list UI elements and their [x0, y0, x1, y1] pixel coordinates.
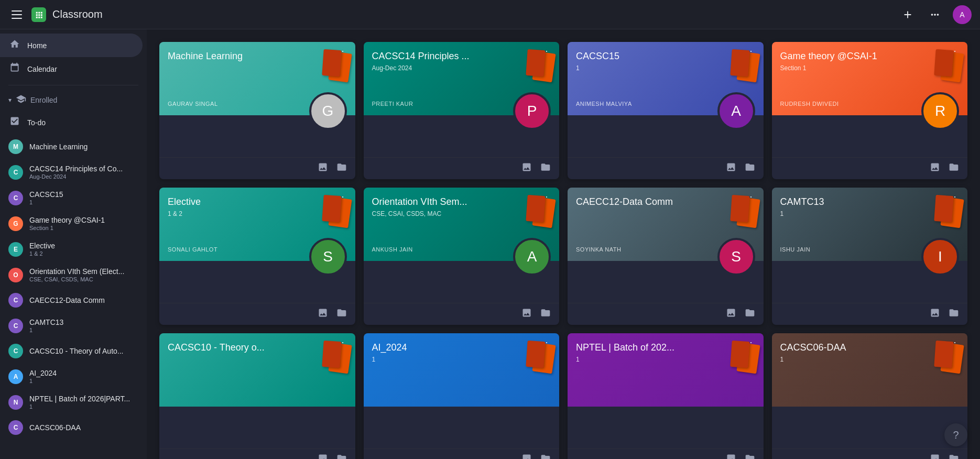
card-avatar-orientation: A: [513, 238, 551, 276]
help-button[interactable]: ?: [944, 423, 967, 446]
folder-icon-machine-learning[interactable]: [336, 162, 347, 175]
card-teacher-elective: SONALI GAHLOT: [168, 246, 217, 253]
folder-icon-cacsc06[interactable]: [949, 453, 959, 459]
sidebar-item-cacsc10[interactable]: C CACSC10 - Theory of Auto...: [0, 338, 143, 364]
sidebar-item-machine-learning[interactable]: M Machine Learning: [0, 134, 143, 159]
sidebar-item-cacsc15[interactable]: C CACSC15 1: [0, 185, 143, 211]
topbar-right: A: [898, 5, 972, 24]
card-header-nptel: ⋮ NPTEL | Batch of 202... 1: [568, 333, 764, 407]
enrolled-icon: [16, 94, 26, 106]
card-body-cacsc06: [772, 407, 968, 449]
sidebar-item-ai2024[interactable]: A AI_2024 1: [0, 364, 143, 389]
card-cacsc15[interactable]: ⋮ CACSC15 1 ANIMESH MALVIYA A: [568, 42, 764, 179]
add-button[interactable]: [898, 5, 917, 24]
sidebar-avatar-machine-learning: M: [8, 139, 23, 154]
sidebar-item-game-theory[interactable]: G Game theory @CSAI-1 Section 1: [0, 211, 143, 236]
card-teacher-cacsc14: Preeti Kaur: [372, 101, 413, 107]
photo-icon-caecc12[interactable]: [726, 308, 736, 321]
photo-icon-cacsc14[interactable]: [521, 162, 532, 175]
card-avatar-cacsc15: A: [717, 92, 755, 130]
sidebar-item-cacsc06[interactable]: C CACSC06-DAA: [0, 415, 143, 440]
sidebar-avatar-game-theory: G: [8, 216, 23, 231]
folder-icon-cacsc10[interactable]: [336, 453, 347, 459]
folder-icon-ai2024[interactable]: [540, 453, 551, 459]
sidebar: Home Calendar ▾ Enrolled To-do M Machine…: [0, 29, 147, 459]
sidebar-avatar-nptel: N: [8, 395, 23, 410]
menu-button[interactable]: [8, 6, 25, 23]
sidebar-avatar-cacsc14: C: [8, 165, 23, 180]
card-machine-learning[interactable]: ⋮ Machine Learning GAURAV SINGAL G: [159, 42, 355, 179]
card-caecc12[interactable]: ⋮ CAECC12-Data Comm SOYINKA NATH S: [568, 188, 764, 325]
card-avatar-game-theory: R: [921, 92, 959, 130]
user-avatar[interactable]: A: [953, 5, 972, 24]
card-footer-ai2024: [364, 449, 560, 459]
sidebar-item-cacsc14[interactable]: C CACSC14 Principles of Co... Aug-Dec 20…: [0, 159, 143, 185]
photo-icon-ai2024[interactable]: [521, 453, 532, 459]
sidebar-item-nptel[interactable]: N NPTEL | Batch of 2026|PART... 1: [0, 389, 143, 415]
topbar-left: Classroom: [8, 6, 898, 23]
photo-icon-machine-learning[interactable]: [318, 162, 328, 175]
card-camtc13[interactable]: ⋮ CAMTC13 1 ISHU JAIN I: [772, 188, 968, 325]
card-footer-nptel: [568, 449, 764, 459]
folder-icon-camtc13[interactable]: [949, 308, 959, 321]
card-footer-cacsc15: [568, 157, 764, 179]
sidebar-item-todo[interactable]: To-do: [0, 111, 143, 134]
card-header-cacsc15: ⋮ CACSC15 1 ANIMESH MALVIYA A: [568, 42, 764, 115]
card-title-cacsc10: CACSC10 - Theory o...: [168, 342, 293, 354]
folder-icon-game-theory[interactable]: [949, 162, 959, 175]
sidebar-avatar-elective: E: [8, 242, 23, 257]
card-footer-cacsc06: [772, 449, 968, 459]
card-header-game-theory: ⋮ Game theory @CSAI-1 Section 1 RUDRESH …: [772, 42, 968, 115]
photo-icon-camtc13[interactable]: [930, 308, 940, 321]
card-teacher-cacsc15: ANIMESH MALVIYA: [576, 101, 632, 107]
card-header-machine-learning: ⋮ Machine Learning GAURAV SINGAL G: [159, 42, 355, 115]
card-cacsc14[interactable]: ⋮ CACSC14 Principles ... Aug-Dec 2024 Pr…: [364, 42, 560, 179]
card-cacsc10[interactable]: ⋮ CACSC10 - Theory o...: [159, 333, 355, 459]
sidebar-avatar-cacsc10: C: [8, 344, 23, 358]
app-logo: [31, 7, 46, 22]
card-cacsc06[interactable]: ⋮ CACSC06-DAA 1: [772, 333, 968, 459]
app-title: Classroom: [52, 8, 103, 20]
folder-icon-nptel[interactable]: [745, 453, 755, 459]
photo-icon-cacsc15[interactable]: [726, 162, 736, 175]
card-title-game-theory: Game theory @CSAI-1: [780, 50, 906, 62]
sidebar-item-caecc12[interactable]: C CAECC12-Data Comm: [0, 288, 143, 313]
folder-icon-caecc12[interactable]: [745, 308, 755, 321]
folder-icon-cacsc15[interactable]: [745, 162, 755, 175]
sidebar-item-elective[interactable]: E Elective 1 & 2: [0, 236, 143, 262]
apps-button[interactable]: [925, 5, 944, 24]
card-footer-elective: [159, 303, 355, 325]
sidebar-avatar-ai2024: A: [8, 369, 23, 384]
home-icon: [8, 39, 21, 52]
card-header-ai2024: ⋮ AI_2024 1: [364, 333, 560, 407]
card-ai2024[interactable]: ⋮ AI_2024 1: [364, 333, 560, 459]
card-title-orientation: Orientation VIth Sem...: [372, 196, 497, 208]
photo-icon-orientation[interactable]: [521, 308, 532, 321]
card-teacher-camtc13: ISHU JAIN: [780, 246, 811, 253]
photo-icon-game-theory[interactable]: [930, 162, 940, 175]
sidebar-item-calendar[interactable]: Calendar: [0, 57, 143, 81]
sidebar-enrolled-header[interactable]: ▾ Enrolled: [0, 90, 147, 111]
card-teacher-machine-learning: GAURAV SINGAL: [168, 101, 218, 107]
sidebar-item-camtc13[interactable]: C CAMTC13 1: [0, 313, 143, 338]
card-game-theory[interactable]: ⋮ Game theory @CSAI-1 Section 1 RUDRESH …: [772, 42, 968, 179]
card-title-machine-learning: Machine Learning: [168, 50, 293, 62]
card-elective[interactable]: ⋮ Elective 1 & 2 SONALI GAHLOT S: [159, 188, 355, 325]
card-title-cacsc06: CACSC06-DAA: [780, 342, 906, 354]
sidebar-item-home[interactable]: Home: [0, 34, 143, 57]
photo-icon-elective[interactable]: [318, 308, 328, 321]
folder-icon-elective[interactable]: [336, 308, 347, 321]
card-orientation[interactable]: ⋮ Orientation VIth Sem... CSE, CSAI, CSD…: [364, 188, 560, 325]
folder-icon-orientation[interactable]: [540, 308, 551, 321]
card-header-cacsc14: ⋮ CACSC14 Principles ... Aug-Dec 2024 Pr…: [364, 42, 560, 115]
photo-icon-cacsc06[interactable]: [930, 453, 940, 459]
sidebar-avatar-camtc13: C: [8, 319, 23, 333]
folder-icon-cacsc14[interactable]: [540, 162, 551, 175]
card-nptel[interactable]: ⋮ NPTEL | Batch of 202... 1: [568, 333, 764, 459]
card-title-elective: Elective: [168, 196, 293, 208]
card-footer-cacsc10: [159, 449, 355, 459]
main-content: ⋮ Machine Learning GAURAV SINGAL G ⋮ CAC…: [147, 29, 980, 459]
sidebar-item-orientation[interactable]: O Orientation VIth Sem (Elect... CSE, CS…: [0, 262, 143, 288]
photo-icon-cacsc10[interactable]: [318, 453, 328, 459]
photo-icon-nptel[interactable]: [726, 453, 736, 459]
